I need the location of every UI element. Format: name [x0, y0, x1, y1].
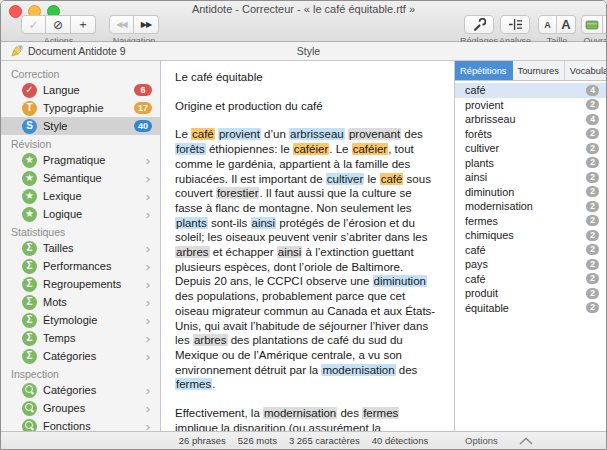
decrease-font-button[interactable]: A	[538, 15, 557, 34]
detection-highlight[interactable]: plants	[175, 217, 208, 229]
repetition-row[interactable]: ainsi2	[455, 170, 606, 185]
document-title[interactable]: Document Antidote 9	[28, 45, 125, 57]
detection-highlight[interactable]: cultiver	[326, 173, 364, 185]
sidebar-item-tailles[interactable]: ΣTailles›	[1, 239, 160, 257]
window-title: Antidote - Correcteur - « le café équita…	[1, 3, 606, 15]
detection-highlight[interactable]: modernisation	[263, 407, 337, 419]
repetition-row[interactable]: diminution2	[455, 185, 606, 200]
sidebar-item-mots[interactable]: ΣMots›	[1, 293, 160, 311]
sigma-icon: Σ	[22, 349, 37, 364]
repetition-row[interactable]: café4	[455, 83, 606, 98]
repetition-row[interactable]: forêts2	[455, 127, 606, 142]
sidebar-item-logique[interactable]: ★Logique›	[1, 205, 160, 223]
repetition-row[interactable]: cultiver2	[455, 141, 606, 156]
tab-vocabulaire[interactable]: Vocabulaire	[565, 61, 607, 80]
detection-highlight[interactable]: modernisation	[321, 364, 395, 376]
next-detection-button[interactable]: ▶▶	[134, 15, 159, 34]
detection-highlight[interactable]: forêts	[175, 143, 206, 155]
repetition-word: plants	[465, 157, 586, 169]
editor-paragraph: Origine et production du café	[175, 99, 438, 114]
sidebar-item-label: Logique	[43, 208, 146, 220]
sidebar-item-regroupements[interactable]: ΣRegroupements›	[1, 275, 160, 293]
repetition-count-badge: 2	[586, 244, 599, 255]
titlebar: Antidote - Correcteur - « le café équita…	[1, 1, 606, 42]
detection-highlight[interactable]: arbres	[193, 334, 228, 346]
chevron-up-icon[interactable]	[518, 436, 534, 447]
options-label[interactable]: Options	[465, 435, 498, 446]
tab-repetitions[interactable]: Répétitions	[455, 61, 513, 80]
sidebar-item-label: Performances	[43, 260, 146, 272]
chevron-right-icon: ›	[146, 402, 150, 415]
sidebar-item-langue[interactable]: ✓Langue6	[1, 81, 160, 99]
text-run: des	[401, 128, 423, 140]
sidebar-item-style[interactable]: SStyle40	[1, 117, 160, 135]
repetition-count-badge: 2	[586, 172, 599, 183]
sidebar-item-categories-inspection[interactable]: Catégories›	[1, 381, 160, 399]
detection-highlight[interactable]: caféier	[293, 143, 330, 155]
add-button[interactable]: ＋	[71, 15, 96, 34]
sidebar-item-typographie[interactable]: TTypographie17	[1, 99, 160, 117]
sidebar-item-label: Langue	[43, 84, 134, 96]
repetition-count-badge: 2	[586, 128, 599, 139]
detection-highlight[interactable]: café	[380, 173, 404, 185]
sigma-icon: Σ	[22, 277, 37, 292]
chevron-right-icon: ›	[146, 296, 150, 309]
previous-detection-button[interactable]: ◀◀	[109, 15, 134, 34]
accept-correction-button[interactable]: ✓	[21, 15, 46, 34]
sidebar-item-lexique[interactable]: ★Lexique›	[1, 187, 160, 205]
sidebar-item-etymologie[interactable]: ΣÉtymologie›	[1, 311, 160, 329]
sidebar-item-temps[interactable]: ΣTemps›	[1, 329, 160, 347]
check-icon: ✓	[22, 83, 37, 98]
detection-highlight[interactable]: diminution	[373, 275, 427, 287]
sidebar-item-label: Style	[43, 120, 134, 132]
count-badge: 17	[134, 102, 152, 114]
repetition-row[interactable]: pays2	[455, 257, 606, 272]
repetition-row[interactable]: café2	[455, 272, 606, 287]
sidebar-section-title: Révision	[1, 135, 160, 151]
sidebar-item-groupes[interactable]: Groupes›	[1, 399, 160, 417]
repetition-row[interactable]: arbrisseau4	[455, 112, 606, 127]
repetition-count-badge: 2	[586, 99, 599, 110]
detection-highlight[interactable]: provenant	[348, 128, 401, 140]
detection-highlight[interactable]: arbres	[175, 246, 210, 258]
magnifier-glass	[25, 421, 33, 429]
detection-highlight[interactable]: café	[191, 128, 215, 140]
detection-highlight[interactable]: forestier	[216, 187, 260, 199]
detection-highlight[interactable]: ainsi	[277, 246, 303, 258]
ignore-button[interactable]: ⊘	[46, 15, 71, 34]
sidebar-item-performances[interactable]: ΣPerformances›	[1, 257, 160, 275]
detection-highlight[interactable]: provient	[218, 128, 261, 140]
repetition-count-badge: 2	[586, 201, 599, 212]
repetition-count-badge: 2	[586, 288, 599, 299]
sidebar-item-fonctions[interactable]: Fonctions›	[1, 417, 160, 431]
sidebar-item-categories-stats[interactable]: ΣCatégories›	[1, 347, 160, 365]
sidebar-item-label: Pragmatique	[43, 154, 146, 166]
repetition-row[interactable]: produit2	[455, 286, 606, 301]
detection-highlight[interactable]: ainsi	[251, 217, 277, 229]
dictionary-button[interactable]	[581, 15, 603, 34]
tab-tournures[interactable]: Tournures	[513, 61, 565, 80]
magnifier-icon	[22, 419, 37, 432]
settings-button[interactable]	[464, 15, 494, 34]
repetition-row[interactable]: modernisation2	[455, 199, 606, 214]
guides-button[interactable]	[603, 15, 607, 34]
increase-font-button[interactable]: A	[557, 15, 576, 34]
large-a-icon: A	[561, 17, 570, 32]
sidebar-item-semantique[interactable]: ★Sémantique›	[1, 169, 160, 187]
green-book-icon	[585, 19, 599, 31]
analysis-button[interactable]	[500, 15, 530, 34]
detection-highlight[interactable]: caféier	[352, 143, 389, 155]
repetition-row[interactable]: chimiques2	[455, 228, 606, 243]
repetition-count-badge: 4	[586, 114, 599, 125]
repetition-row[interactable]: café2	[455, 243, 606, 258]
repetition-row[interactable]: plants2	[455, 156, 606, 171]
detection-highlight[interactable]: fermes	[175, 378, 212, 390]
stat: 3 265 caractères	[289, 435, 360, 446]
detection-highlight[interactable]: arbrisseau	[289, 128, 345, 140]
repetition-row[interactable]: équitable2	[455, 301, 606, 316]
repetition-row[interactable]: provient2	[455, 98, 606, 113]
repetition-row[interactable]: fermes2	[455, 214, 606, 229]
detection-highlight[interactable]: fermes	[362, 407, 399, 419]
sidebar-item-pragmatique[interactable]: ★Pragmatique›	[1, 151, 160, 169]
editor[interactable]: Le café équitableOrigine et production d…	[161, 61, 455, 431]
